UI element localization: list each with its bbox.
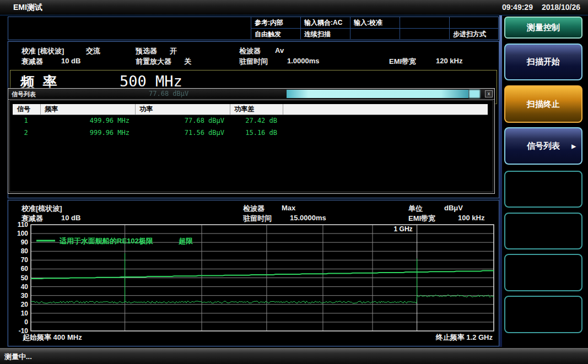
svg-text:适用于水面舰船的RE102极限: 适用于水面舰船的RE102极限 — [59, 237, 154, 245]
preamp-value: 关 — [184, 57, 191, 67]
config-trigger: 自由触发 — [251, 28, 300, 39]
config-cell-empty — [350, 28, 400, 39]
emi-test-application: EMI测试 09:49:292018/10/26 参考:内部 输入耦合:AC 输… — [0, 0, 588, 364]
signal-list-body: 信号 频率 功率 功率差 1 499.96 MHz 77.68 dBμV 27.… — [9, 100, 493, 192]
cal2-label: 校准[梳状波] — [21, 204, 62, 214]
signal-freq: 499.96 MHz — [40, 115, 135, 127]
svg-text:110: 110 — [18, 221, 29, 229]
scan-stop-button[interactable]: 扫描终止 — [504, 85, 582, 123]
signal-index: 2 — [13, 127, 40, 139]
stop-frequency-label: 终止频率 1.2 GHz — [436, 333, 493, 343]
signal-freq: 999.96 MHz — [40, 127, 135, 139]
col-frequency[interactable]: 频率 — [40, 104, 135, 115]
config-sweep-mode: 连续扫描 — [300, 28, 350, 39]
preselector-label: 预选器 — [136, 46, 157, 56]
config-cell-empty — [400, 17, 449, 28]
menu-header-measure-control: 测量控制 — [504, 17, 582, 39]
signal-table-header: 信号 频率 功率 功率差 — [13, 104, 488, 115]
signal-list-title: 信号列表 — [12, 90, 36, 99]
emi-bw-label: EMI带宽 — [389, 57, 416, 67]
close-icon[interactable]: x — [485, 90, 493, 97]
attenuator-label: 衰减器 — [21, 57, 43, 67]
softkey-empty-1[interactable] — [504, 171, 582, 208]
unit-value: dBμV — [444, 204, 463, 212]
signal-power: 71.56 dBμV — [135, 127, 230, 139]
spectrum-chart: -1001020304050607080901001101 GHz适用于水面舰船… — [12, 221, 495, 334]
time-text: 09:49:29 — [502, 3, 533, 12]
svg-text:60: 60 — [21, 265, 29, 273]
signal-list-window: 信号列表 77.68 dBμV x 信号 频率 功率 功率差 — [8, 88, 495, 194]
table-row[interactable]: 2 999.96 MHz 71.56 dBμV 15.16 dB — [13, 127, 488, 139]
detector2-label: 检波器 — [243, 204, 265, 214]
svg-text:超限: 超限 — [178, 237, 193, 245]
chevron-right-icon: ▶ — [571, 143, 576, 149]
detector-value: Av — [275, 46, 284, 55]
config-cell-empty — [400, 28, 449, 39]
status-bar: 测量中... — [0, 348, 588, 364]
dwell-label: 驻留时间 — [239, 57, 268, 67]
preamp-label: 前置放大器 — [136, 57, 171, 67]
col-power-diff[interactable]: 功率差 — [230, 104, 283, 115]
signal-list-titlebar[interactable]: 信号列表 77.68 dBμV x — [8, 89, 494, 100]
titlebar-highlight-bar — [287, 90, 468, 98]
svg-text:10: 10 — [21, 309, 29, 317]
signal-diff: 27.42 dB — [230, 115, 283, 127]
dwell-value: 1.0000ms — [287, 57, 320, 65]
config-cell-empty — [449, 17, 498, 28]
svg-text:80: 80 — [21, 247, 29, 255]
config-step-sweep: 步进扫方式 — [449, 28, 498, 39]
svg-text:40: 40 — [21, 283, 29, 291]
softkey-empty-4[interactable] — [504, 296, 582, 333]
sidebar-divider — [499, 15, 502, 347]
softkey-empty-3[interactable] — [504, 254, 582, 291]
app-title: EMI测试 — [13, 3, 42, 13]
titlebar-highlight-blob — [469, 90, 480, 98]
status-text: 测量中... — [4, 352, 32, 362]
signal-table: 信号 频率 功率 功率差 1 499.96 MHz 77.68 dBμV 27.… — [13, 104, 488, 139]
unit-label: 单位 — [408, 204, 423, 214]
date-text: 2018/10/26 — [542, 3, 580, 12]
measurement-config-table: 参考:内部 输入耦合:AC 输入:校准 自由触发 连续扫描 步进扫方式 — [8, 17, 499, 40]
signal-index: 1 — [13, 115, 40, 127]
start-frequency-label: 起始频率 400 MHz — [23, 333, 82, 343]
detector2-value: Max — [282, 204, 295, 212]
config-input-coupling: 输入耦合:AC — [300, 17, 350, 28]
svg-text:0: 0 — [24, 318, 28, 326]
attenuator-value: 10 dB — [61, 57, 80, 65]
svg-text:100: 100 — [17, 230, 28, 237]
svg-text:20: 20 — [21, 301, 29, 308]
config-input: 输入:校准 — [350, 17, 400, 28]
frequency-value: 500 MHz — [120, 73, 182, 90]
detector-label: 检波器 — [239, 46, 261, 56]
scan-start-button[interactable]: 扫描开始 — [504, 44, 582, 80]
spectrum-panel: 校准[梳状波] 检波器 Max 单位 dBμV 衰减器 10 dB 驻留时间 1… — [8, 200, 499, 346]
emi-bw-value: 120 kHz — [436, 57, 462, 65]
col-signal[interactable]: 信号 — [13, 104, 40, 115]
config-reference: 参考:内部 — [251, 17, 300, 28]
signal-list-button[interactable]: 信号列表 ▶ — [504, 127, 582, 165]
svg-text:90: 90 — [21, 238, 29, 246]
signal-diff: 15.16 dB — [230, 127, 283, 139]
softkey-empty-2[interactable] — [504, 213, 582, 249]
cal-label: 校准 [梳状波] — [21, 46, 64, 56]
preselector-value: 开 — [170, 46, 177, 56]
svg-text:30: 30 — [21, 292, 29, 300]
signal-power: 77.68 dBμV — [135, 115, 230, 127]
window-titlebar: EMI测试 09:49:292018/10/26 — [0, 0, 588, 15]
svg-text:1 GHz: 1 GHz — [394, 225, 413, 233]
svg-text:50: 50 — [21, 274, 29, 282]
col-power[interactable]: 功率 — [135, 104, 230, 115]
svg-text:70: 70 — [21, 256, 29, 264]
table-row[interactable]: 1 499.96 MHz 77.68 dBμV 27.42 dB — [13, 115, 488, 127]
titlebar-ghost-text: 77.68 dBμV — [149, 90, 188, 97]
clock-display: 09:49:292018/10/26 — [493, 3, 580, 12]
col-empty — [283, 104, 488, 115]
config-cell-empty — [8, 17, 251, 39]
cal-value: 交流 — [86, 46, 100, 56]
signal-list-button-label: 信号列表 — [527, 141, 560, 151]
